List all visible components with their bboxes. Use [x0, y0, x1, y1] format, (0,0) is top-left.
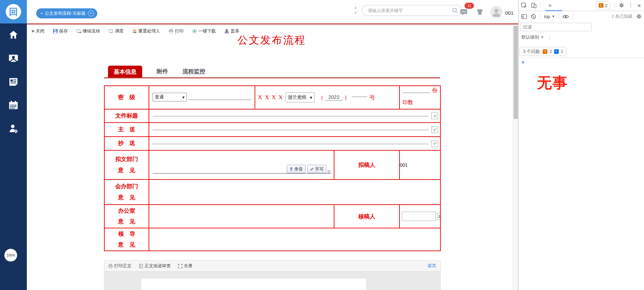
drafter-label: 拟稿人	[334, 150, 399, 179]
row-draft-dept: 拟文部门 意 见 录音 手写	[104, 150, 440, 179]
news-icon[interactable]	[8, 76, 19, 87]
print-count-unit: 份	[432, 87, 437, 94]
draft-opinion-cell[interactable]: 录音 手写	[149, 150, 334, 179]
row-office: 办公室 意 见 核稿人	[104, 205, 440, 228]
log-level-selector[interactable]: 默认级别 ▼	[522, 34, 550, 40]
main-send-label: 主 送	[104, 123, 149, 137]
scrollbar-thumb[interactable]	[514, 26, 518, 119]
search-input[interactable]	[367, 8, 451, 13]
leader-label: 领 导 意 见	[104, 228, 149, 251]
main-send-edit-icon[interactable]	[431, 126, 438, 133]
document-form-table: 密 级 普通 ▾ X X X X 浙兰党组	[104, 85, 441, 251]
two-page-link[interactable]: 双页	[428, 263, 436, 269]
leader-opinion-cell[interactable]	[149, 228, 440, 251]
eye-icon[interactable]	[562, 14, 569, 19]
printer-icon	[108, 264, 113, 268]
app-root: 回 100% • 公文发布流程-无标题 × ∧ ∨	[0, 0, 644, 290]
doc-number-input-line[interactable]	[352, 96, 367, 97]
annotation-text: 无事	[537, 73, 568, 93]
devtools-menu-icon[interactable]: ⋮	[628, 2, 633, 8]
office-opinion-cell[interactable]	[149, 205, 334, 228]
org-select[interactable]: 浙兰党组 ▾	[285, 92, 315, 102]
main-content: × 关闭 保存 继续流转 调度 重置处理人 打印	[27, 24, 513, 290]
main-send-input-line[interactable]	[153, 130, 429, 130]
paren-open: （	[318, 94, 324, 101]
search-icon[interactable]	[451, 7, 458, 14]
console-settings-icon[interactable]	[636, 14, 642, 19]
notification-badge: 11	[465, 3, 474, 9]
copy-send-input-line[interactable]	[153, 144, 429, 144]
tab-flow-monitor[interactable]: 流程监控	[182, 68, 205, 78]
doc-year-input[interactable]: 2022	[325, 94, 343, 101]
secrecy-select[interactable]: 普通 ▾	[153, 93, 187, 101]
stamp-icon	[224, 29, 229, 33]
resize-grip-icon[interactable]	[327, 170, 330, 173]
copy-send-label: 抄 送	[104, 137, 149, 150]
zoom-level-badge[interactable]: 100%	[4, 249, 17, 262]
secrecy-input-line[interactable]	[188, 99, 251, 100]
inspect-element-icon[interactable]	[521, 3, 527, 8]
user-settings-icon[interactable]	[8, 123, 19, 134]
hidden-messages-text: 2 条已隐藏	[611, 13, 633, 19]
row-copy-send: 抄 送	[104, 137, 440, 150]
secrecy-label: 密 级	[104, 86, 149, 109]
contacts-icon[interactable]	[8, 53, 19, 64]
console-toolbar: top ▼ 2 条已隐藏	[519, 11, 644, 21]
print-count-input-line[interactable]	[402, 92, 430, 93]
more-tabs-button[interactable]: »	[545, 2, 555, 9]
divider	[558, 13, 559, 19]
print-body-button[interactable]: 打印正文	[108, 263, 131, 269]
clear-console-icon[interactable]	[531, 14, 536, 19]
row-file-title: 文件标题	[104, 109, 440, 123]
open-doc-tab[interactable]: • 公文发布流程-无标题 ×	[36, 8, 97, 18]
preview-toolbar: 打印正文 正文痕迹审查 全屏 双页	[104, 261, 440, 272]
joint-opinion-cell[interactable]	[149, 179, 440, 205]
select-arrow-icon: ▾	[182, 95, 184, 100]
record-audio-button[interactable]: 录音	[287, 165, 306, 173]
page-scrollbar[interactable]	[513, 24, 519, 290]
home-icon[interactable]	[8, 29, 19, 40]
fullscreen-button[interactable]: 全屏	[178, 263, 193, 269]
print-icon	[169, 29, 173, 33]
row-secrecy: 密 级 普通 ▾ X X X X 浙兰党组	[104, 86, 440, 109]
doc-number-suffix: 号	[369, 94, 375, 101]
select-person-icon[interactable]	[437, 213, 440, 220]
row-leader: 领 导 意 见	[104, 228, 440, 251]
copy-send-edit-icon[interactable]	[431, 140, 438, 147]
draft-opinion-input-line	[153, 173, 331, 174]
issues-summary-button[interactable]: 3 个问题: ! 2 1	[520, 47, 567, 56]
doc-number-prefix: X X X X	[258, 94, 283, 101]
file-title-input-line[interactable]	[153, 116, 429, 117]
tab-basic-info[interactable]: 基本信息	[108, 66, 142, 78]
console-sidebar-icon[interactable]	[521, 14, 527, 19]
trace-review-button[interactable]: 正文痕迹审查	[139, 263, 171, 269]
issues-counter-button[interactable]: ! 2	[596, 1, 610, 9]
dropdown-icon: ▼	[552, 15, 555, 18]
header-collapse-toggle[interactable]: ∧ ∨	[353, 5, 358, 17]
row-main-send: 主 送	[104, 123, 440, 137]
devtools-settings-icon[interactable]	[619, 3, 624, 8]
divider	[541, 2, 541, 8]
context-selector[interactable]: top ▼	[544, 14, 555, 19]
tab-close-icon[interactable]: ×	[88, 10, 94, 16]
app-logo[interactable]: 回	[0, 0, 27, 23]
handwrite-button[interactable]: 手写	[307, 165, 326, 173]
console-prompt-icon[interactable]: >	[522, 60, 524, 65]
document-page-preview[interactable]	[141, 279, 366, 290]
print-count-cell: 印数 份	[399, 86, 440, 109]
calendar-icon[interactable]	[8, 100, 19, 111]
reviewer-input[interactable]	[402, 212, 436, 221]
devtools-close-icon[interactable]: ×	[637, 2, 641, 9]
pen-icon	[310, 167, 314, 171]
copy-send-cell	[149, 137, 440, 150]
file-title-edit-icon[interactable]	[431, 113, 438, 119]
theme-clothes-icon[interactable]	[476, 8, 484, 16]
avatar[interactable]	[490, 6, 502, 18]
tab-attachments[interactable]: 附件	[157, 68, 168, 78]
device-toolbar-icon[interactable]	[531, 3, 537, 8]
form-tabs: 基本信息 附件 流程监控	[108, 66, 205, 78]
console-filter-input[interactable]	[521, 23, 592, 31]
logo-glyph: 回	[6, 4, 21, 19]
fullscreen-icon	[178, 264, 182, 268]
row-joint-dept: 会办部门 意 见	[104, 179, 440, 205]
